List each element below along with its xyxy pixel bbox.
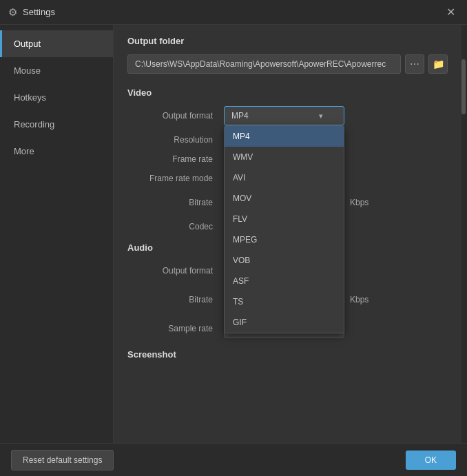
sidebar-item-hotkeys[interactable]: Hotkeys xyxy=(0,84,113,111)
more-options-button[interactable]: ⋯ xyxy=(405,54,424,74)
close-button[interactable]: ✕ xyxy=(442,4,459,21)
reset-default-button[interactable]: Reset default settings xyxy=(11,450,114,470)
video-bitrate-label: Bitrate xyxy=(127,198,224,207)
ok-button[interactable]: OK xyxy=(406,451,456,470)
audio-bitrate-unit: Kbps xyxy=(350,295,369,304)
dropdown-option-mpeg[interactable]: MPEG xyxy=(225,229,344,250)
dropdown-option-vob[interactable]: VOB xyxy=(225,250,344,271)
scrollbar-thumb[interactable] xyxy=(461,59,466,114)
frame-rate-mode-label: Frame rate mode xyxy=(127,174,224,183)
dropdown-menu: MP4 WMV AVI MOV FLV MPEG VOB ASF TS GIF xyxy=(224,125,344,333)
settings-icon: ⚙ xyxy=(8,6,17,19)
output-path-display: C:\Users\WS\AppData\Roaming\Apowersoft\A… xyxy=(127,54,401,74)
output-folder-title: Output folder xyxy=(127,36,448,46)
main-layout: Output Mouse Hotkeys Recording More Outp… xyxy=(0,25,467,443)
output-folder-row: C:\Users\WS\AppData\Roaming\Apowersoft\A… xyxy=(127,54,448,74)
resolution-label: Resolution xyxy=(127,135,224,145)
sidebar-item-output[interactable]: Output xyxy=(0,30,113,57)
frame-rate-label: Frame rate xyxy=(127,154,224,164)
output-format-dropdown[interactable]: MP4 ▾ MP4 WMV AVI MOV FLV MPEG VOB ASF T… xyxy=(224,106,344,125)
output-format-control: MP4 ▾ MP4 WMV AVI MOV FLV MPEG VOB ASF T… xyxy=(224,106,448,125)
dropdown-option-flv[interactable]: FLV xyxy=(225,209,344,229)
window-title: Settings xyxy=(23,7,55,17)
dropdown-chevron-icon: ▾ xyxy=(319,112,323,121)
content-area: Output folder C:\Users\WS\AppData\Roamin… xyxy=(114,25,461,443)
dropdown-option-gif[interactable]: GIF xyxy=(225,312,344,333)
sidebar-item-mouse[interactable]: Mouse xyxy=(0,57,113,84)
sidebar-item-recording[interactable]: Recording xyxy=(0,111,113,138)
codec-label: Codec xyxy=(127,222,224,231)
title-bar-left: ⚙ Settings xyxy=(8,6,55,19)
video-bitrate-unit: Kbps xyxy=(350,198,369,207)
dropdown-option-mp4[interactable]: MP4 xyxy=(225,126,344,147)
scrollbar-track xyxy=(461,25,467,443)
bottom-bar: Reset default settings OK xyxy=(0,443,467,476)
dropdown-option-wmv[interactable]: WMV xyxy=(225,147,344,167)
video-section-title: Video xyxy=(127,87,448,98)
dropdown-option-avi[interactable]: AVI xyxy=(225,167,344,188)
browse-folder-button[interactable]: 📁 xyxy=(428,54,448,74)
dropdown-option-mov[interactable]: MOV xyxy=(225,188,344,209)
dropdown-option-ts[interactable]: TS xyxy=(225,291,344,312)
sample-rate-label: Sample rate xyxy=(127,324,224,333)
sidebar: Output Mouse Hotkeys Recording More xyxy=(0,25,114,443)
dropdown-option-asf[interactable]: ASF xyxy=(225,271,344,291)
sidebar-item-more[interactable]: More xyxy=(0,138,113,165)
screenshot-section-title: Screenshot xyxy=(127,349,448,360)
output-format-label: Output format xyxy=(127,111,224,121)
title-bar: ⚙ Settings ✕ xyxy=(0,0,467,25)
dropdown-trigger[interactable]: MP4 ▾ xyxy=(224,106,344,125)
output-format-row: Output format MP4 ▾ MP4 WMV AVI MOV FLV … xyxy=(127,106,448,125)
dropdown-selected-value: MP4 xyxy=(231,111,249,121)
audio-bitrate-label: Bitrate xyxy=(127,295,224,304)
audio-format-label: Output format xyxy=(127,266,224,276)
